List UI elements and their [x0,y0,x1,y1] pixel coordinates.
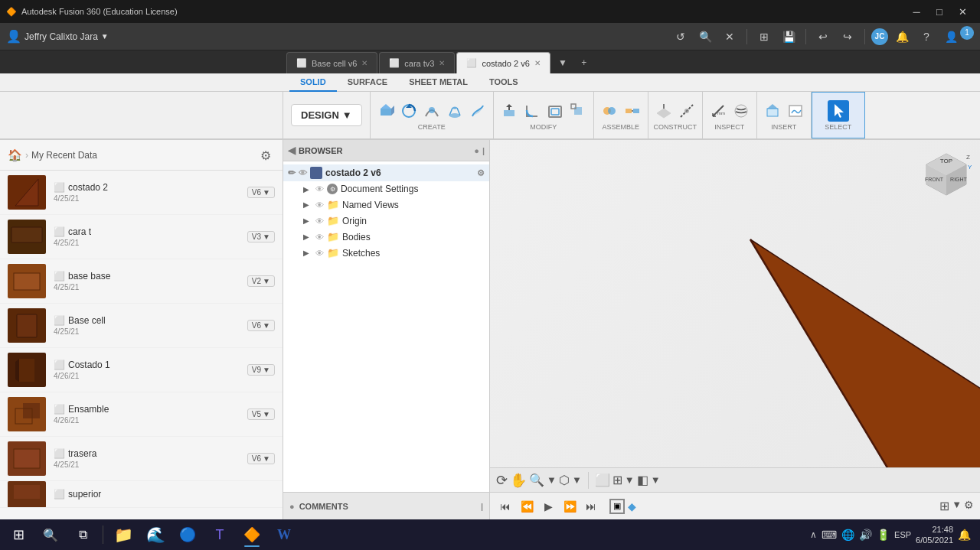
insert-decal-icon[interactable] [762,100,783,122]
fit-icon[interactable]: ⬡ [559,473,570,487]
taskbar-word[interactable]: W [269,521,299,548]
file-item-basebase[interactable]: ⬜ base base 4/25/21 V2 ▼ [0,259,283,304]
create-extrude-icon[interactable] [375,100,397,122]
inspect-label[interactable]: INSPECT [714,123,744,131]
timeline-settings-icon[interactable]: ⚙ [964,499,974,513]
notification-bell[interactable]: 🔔 [891,26,913,47]
comments-expand-icon[interactable]: | [481,502,483,511]
file-version-costado1[interactable]: V9 ▼ [247,364,275,376]
timeline-frame-icon[interactable]: ▣ [609,499,625,514]
file-version-costado2[interactable]: V6 ▼ [247,187,275,198]
redo-button[interactable]: ↪ [837,26,858,47]
taskbar-teams[interactable]: T [204,521,235,548]
assemble-group[interactable]: ASSEMBLE [594,92,648,138]
create-sweep-icon[interactable] [421,100,443,122]
tab-sheet-metal[interactable]: SHEET METAL [398,73,479,92]
tree-arrow-doc[interactable]: ▶ [303,185,312,194]
select-icon[interactable] [828,100,849,122]
create-revolve-icon[interactable] [398,100,420,122]
timeline-prev-button[interactable]: ⏪ [518,497,536,516]
timeline-more-icon[interactable]: ▼ [952,499,962,513]
insert-canvas-icon[interactable] [785,100,806,122]
account-button[interactable]: 👤 [940,26,962,47]
visual-style-icon[interactable]: ◧ [637,473,648,487]
tree-eye-sketches[interactable]: 👁 [315,249,324,258]
file-item-costado2[interactable]: ⬜ costado 2 4/25/21 V6 ▼ [0,171,283,215]
viewcube[interactable]: TOP RIGHT FRONT Z Y [920,148,972,200]
timeline-last-button[interactable]: ⏭ [582,497,600,516]
tree-item-bodies[interactable]: ▶ 👁 📁 Bodies [283,229,489,245]
more-tabs-button[interactable]: ▼ [552,52,573,73]
modify-shell-icon[interactable] [544,100,566,122]
create-label[interactable]: CREATE [418,123,446,131]
timeline-key-icon[interactable]: ◆ [628,500,636,513]
file-item-superior[interactable]: ⬜ superior [0,481,283,508]
construct-plane-icon[interactable] [653,100,675,122]
taskbar-search[interactable]: 🔍 [35,521,66,548]
minimize-button[interactable]: ─ [905,0,928,23]
new-tab-button[interactable]: + [573,52,595,73]
tab-cara-tv3[interactable]: ⬜ cara tv3 ✕ [379,52,455,73]
inspect-group[interactable]: mm INSPECT [703,92,757,138]
timeline-next-button[interactable]: ⏩ [560,497,579,516]
tree-arrow-bodies[interactable]: ▶ [303,233,312,241]
sidebar-gear-button[interactable]: ⚙ [256,146,275,164]
tab-close-icon[interactable]: ✕ [361,59,368,67]
file-version-ensamble[interactable]: V5 ▼ [247,408,275,420]
fit-more-icon[interactable]: ▼ [572,474,582,486]
construct-label[interactable]: CONSTRUCT [653,123,697,131]
tray-keyboard-icon[interactable]: ⌨ [822,529,837,541]
search-button[interactable]: 🔍 [694,26,716,47]
insert-label[interactable]: INSERT [771,123,796,131]
grid-more-icon[interactable]: ▼ [625,474,635,486]
create-group[interactable]: CREATE [371,92,494,138]
tab-close-icon3[interactable]: ✕ [534,59,541,67]
file-version-basecell[interactable]: V6 ▼ [247,320,275,331]
modify-press-pull-icon[interactable] [498,100,520,122]
display-icon[interactable]: ⬜ [595,473,610,487]
grid-apps-button[interactable]: ⊞ [753,26,775,47]
tray-clock[interactable]: 21:48 6/05/2021 [916,524,953,546]
start-button[interactable]: ⊞ [3,521,34,548]
tree-arrow-nv[interactable]: ▶ [303,200,312,209]
construct-group[interactable]: CONSTRUCT [648,92,703,138]
file-item-basecell[interactable]: ⬜ Base cell 4/25/21 V6 ▼ [0,304,283,348]
tree-item-origin[interactable]: ▶ 👁 📁 Origin [283,213,489,229]
tab-costado-2-v6[interactable]: ⬜ costado 2 v6 ✕ [456,52,550,73]
zoom-icon[interactable]: 🔍 [529,473,544,487]
comments-dot-icon[interactable]: ● [289,502,295,511]
home-icon[interactable]: 🏠 [8,148,22,162]
taskbar-taskview[interactable]: ⧉ [67,521,98,548]
tree-item-doc-settings[interactable]: ▶ 👁 ⚙ Document Settings [283,181,489,197]
file-version-trasera[interactable]: V6 ▼ [247,453,275,464]
tree-arrow-sketches[interactable]: ▶ [303,249,312,257]
create-freeform-icon[interactable] [467,100,488,122]
tree-item-sketches[interactable]: ▶ 👁 📁 Sketches [283,245,489,261]
close-search-button[interactable]: ✕ [719,26,740,47]
modify-group[interactable]: MODIFY [494,92,594,138]
modify-scale-icon[interactable] [567,100,589,122]
orbit-icon[interactable]: ⟳ [496,472,508,489]
grid-icon[interactable]: ⊞ [612,473,622,487]
construct-axis-icon[interactable] [676,100,697,122]
tree-item-named-views[interactable]: ▶ 👁 📁 Named Views [283,197,489,213]
browser-dot-icon[interactable]: ● [474,146,479,155]
tree-eye-nv[interactable]: 👁 [315,200,324,210]
modify-label[interactable]: MODIFY [530,123,557,131]
avatar[interactable]: JC [871,28,888,45]
tab-tools[interactable]: TOOLS [479,73,529,92]
assemble-joint-icon[interactable] [599,100,620,122]
viewport[interactable]: TOP RIGHT FRONT Z Y ⟳ ✋ 🔍 [490,140,980,492]
pan-icon[interactable]: ✋ [510,472,527,489]
tree-eye-origin[interactable]: 👁 [315,216,324,226]
tab-base-cell[interactable]: ⬜ Base cell v6 ✕ [286,52,377,73]
help-button[interactable]: ? [916,26,937,47]
tree-settings-dot[interactable]: ⚙ [477,168,485,178]
create-loft-icon[interactable] [444,100,466,122]
maximize-button[interactable]: □ [928,0,951,23]
taskbar-edge[interactable]: 🌊 [140,521,171,548]
timeline-first-button[interactable]: ⏮ [496,497,514,516]
tab-close-icon2[interactable]: ✕ [439,59,445,67]
undo-button[interactable]: ↩ [812,26,834,47]
taskbar-chrome[interactable]: 🔵 [172,521,203,548]
